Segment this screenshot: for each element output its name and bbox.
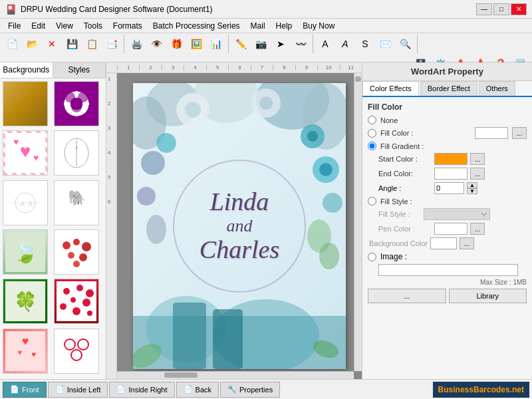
background-thumb-7[interactable]: 🍃 [3, 229, 48, 275]
svg-point-30 [63, 288, 70, 295]
menu-mail[interactable]: Mail [245, 20, 271, 32]
background-thumb-10[interactable] [54, 279, 99, 324]
background-thumb-4[interactable]: ♪ [54, 130, 99, 176]
close-doc-button[interactable]: ✕ [43, 35, 61, 53]
inside-right-icon: 📄 [116, 385, 126, 394]
background-thumb-1[interactable] [3, 81, 48, 126]
bg-color-swatch[interactable] [430, 237, 457, 249]
background-thumb-6[interactable]: 🐘 [54, 180, 99, 225]
menu-batch[interactable]: Batch Processing Series [148, 20, 245, 32]
tab-border-effect[interactable]: Border Effect [420, 81, 477, 96]
svg-point-36 [72, 307, 80, 315]
angle-input[interactable] [434, 182, 464, 194]
tab-properties[interactable]: 🔧 Properties [220, 382, 280, 398]
tab-front[interactable]: 📄 Front [3, 382, 47, 398]
barcode-button[interactable]: 📊 [207, 35, 225, 53]
wordart-button[interactable]: A [336, 35, 354, 53]
none-radio[interactable] [368, 116, 376, 124]
pen-color-picker-btn[interactable]: ... [470, 223, 485, 235]
v-scrollbar-thumb[interactable] [355, 76, 361, 82]
tab-styles[interactable]: Styles [53, 63, 106, 78]
angle-down-btn[interactable]: ▼ [467, 188, 477, 194]
end-color-picker-btn[interactable]: ... [470, 168, 485, 180]
vertical-scrollbar[interactable] [354, 73, 362, 371]
gift-button[interactable]: 🎁 [167, 35, 186, 53]
fill-gradient-radio[interactable] [368, 142, 376, 150]
open-button[interactable]: 📂 [23, 35, 41, 53]
print-button[interactable]: 🖨️ [127, 35, 146, 53]
email-button[interactable]: ✉️ [376, 35, 394, 53]
wave-button[interactable]: 〰️ [291, 35, 310, 53]
bottom-buttons: ... Library [368, 289, 527, 303]
background-thumb-5[interactable]: 人 人 [3, 180, 48, 225]
menu-file[interactable]: File [3, 20, 26, 32]
new-button[interactable]: 📄 [3, 35, 21, 53]
svg-point-66 [319, 163, 332, 176]
tab-color-effects[interactable]: Color Effects [362, 81, 419, 96]
angle-up-btn[interactable]: ▲ [467, 182, 477, 188]
browse-button[interactable]: ... [368, 289, 446, 303]
tab-others[interactable]: Others [479, 81, 515, 96]
menu-edit[interactable]: Edit [26, 20, 51, 32]
canvas-inner: Linda and Charles [117, 73, 362, 379]
background-thumb-11[interactable]: ♥ ♥ ♥ [3, 329, 48, 374]
menu-buynow[interactable]: Buy Now [297, 20, 340, 32]
start-color-swatch[interactable] [434, 153, 467, 165]
card-name2: Charles [200, 236, 279, 264]
copy-button[interactable]: 📑 [102, 35, 121, 53]
fill-color-swatch[interactable] [475, 127, 508, 139]
h-scrollbar-thumb[interactable] [164, 372, 198, 378]
fill-gradient-row: Fill Gradient : [368, 142, 527, 150]
fill-color-label: Fill Color : [380, 129, 414, 137]
none-label: None [380, 116, 398, 124]
tab-inside-right[interactable]: 📄 Inside Right [109, 382, 174, 398]
minimize-button[interactable]: — [476, 3, 492, 15]
svg-rect-62 [213, 309, 243, 369]
fill-color-radio[interactable] [368, 129, 376, 138]
image-button[interactable]: 🖼️ [187, 35, 205, 53]
menu-help[interactable]: Help [271, 20, 298, 32]
front-label: Front [22, 386, 39, 394]
image-radio[interactable] [368, 253, 376, 261]
zoom-button[interactable]: 🔍 [396, 35, 414, 53]
text-button[interactable]: A [316, 35, 334, 53]
background-thumb-12[interactable] [54, 329, 99, 374]
tab-back[interactable]: 📄 Back [176, 382, 219, 398]
tab-inside-left[interactable]: 📄 Inside Left [48, 382, 108, 398]
menu-tools[interactable]: Tools [78, 20, 108, 32]
start-color-picker-btn[interactable]: ... [470, 153, 485, 165]
menu-formats[interactable]: Formats [108, 20, 148, 32]
image-path-input[interactable] [378, 264, 518, 276]
background-thumb-3[interactable]: ♥ ♥ ♥ [3, 130, 48, 176]
maximize-button[interactable]: □ [493, 3, 509, 15]
end-color-label: End Color: [378, 170, 432, 178]
inside-right-label: Inside Right [128, 386, 167, 394]
background-thumb-9[interactable]: 🍀 [3, 279, 48, 324]
shape-button[interactable]: S [356, 35, 374, 53]
fill-style-radio[interactable] [368, 197, 376, 205]
fill-color-picker-btn[interactable]: ... [512, 127, 527, 139]
save-button[interactable]: 💾 [63, 35, 81, 53]
svg-point-71 [137, 187, 156, 205]
bg-color-picker-btn[interactable]: ... [460, 237, 474, 249]
preview-button[interactable]: 👁️ [147, 35, 166, 53]
tab-backgrounds[interactable]: Backgrounds [0, 63, 53, 78]
end-color-swatch[interactable] [434, 168, 467, 180]
close-button[interactable]: ✕ [511, 3, 527, 15]
horizontal-scrollbar[interactable] [117, 371, 354, 379]
pen-color-swatch[interactable] [434, 223, 467, 235]
horizontal-ruler: 1 2 3 4 5 6 7 8 9 10 11 [106, 63, 362, 73]
svg-point-52 [185, 102, 201, 118]
menu-view[interactable]: View [51, 20, 78, 32]
canvas[interactable]: Linda and Charles [117, 73, 362, 379]
library-button[interactable]: Library [449, 289, 527, 303]
svg-point-26 [73, 261, 80, 267]
cursor-button[interactable]: ➤ [271, 35, 290, 53]
background-thumb-2[interactable] [54, 81, 99, 126]
fill-style-select[interactable] [424, 208, 490, 220]
status-bar: 📄 Front 📄 Inside Left 📄 Inside Right 📄 B… [0, 379, 532, 399]
background-thumb-8[interactable] [54, 229, 99, 275]
photo-button[interactable]: 📷 [251, 35, 270, 53]
save-as-button[interactable]: 📋 [82, 35, 101, 53]
pen-button[interactable]: ✏️ [231, 35, 250, 53]
